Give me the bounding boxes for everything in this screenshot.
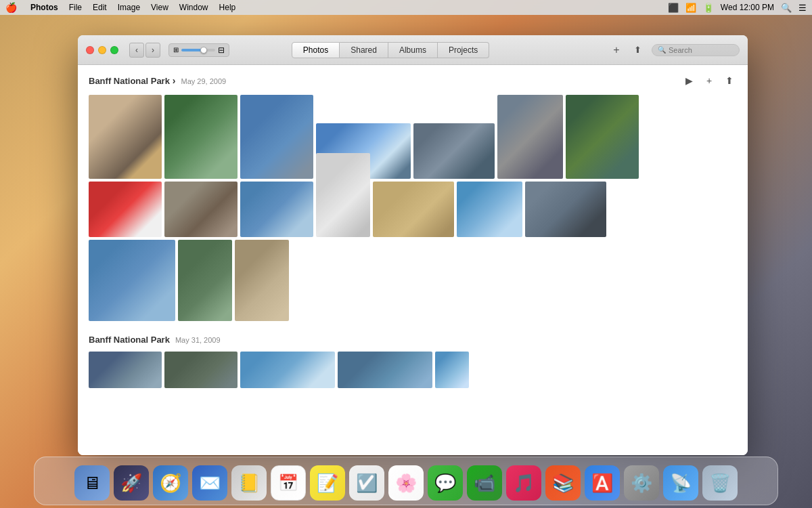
tab-shared[interactable]: Shared xyxy=(340,42,388,58)
dock-trash[interactable]: 🗑️ xyxy=(702,465,738,501)
fullscreen-button[interactable] xyxy=(110,46,118,54)
dock-calendar[interactable]: 📅 xyxy=(271,465,306,501)
forward-button[interactable]: › xyxy=(145,43,160,58)
close-button[interactable] xyxy=(86,46,94,54)
section-1: Banff National Park May 29, 2009 ▶ + ⬆ xyxy=(89,73,737,321)
upload-button[interactable]: ⬆ xyxy=(630,42,646,58)
tab-albums[interactable]: Albums xyxy=(388,42,438,58)
title-bar: ‹ › ⊞ ⊟ Photos Shared Albums Projects xyxy=(78,35,748,65)
dock-messages[interactable]: 💬 xyxy=(428,465,463,501)
photo-8[interactable] xyxy=(89,182,162,237)
toolbar-right: + ⬆ 🔍 xyxy=(608,42,740,58)
dock-books[interactable]: 📚 xyxy=(545,465,581,501)
photo-15[interactable] xyxy=(89,240,175,321)
photo-22[interactable] xyxy=(435,352,469,388)
menu-edit[interactable]: Edit xyxy=(93,3,107,12)
section-1-actions: ▶ + ⬆ xyxy=(681,73,737,88)
menu-bar: 🍎 Photos File Edit Image View Window Hel… xyxy=(0,0,812,15)
nav-buttons: ‹ › xyxy=(129,43,160,58)
view-toggle: ⊞ ⊟ xyxy=(168,43,229,57)
menu-window[interactable]: Window xyxy=(179,3,208,12)
dock-facetime[interactable]: 📹 xyxy=(467,465,502,501)
search-input[interactable] xyxy=(669,46,734,54)
photo-1[interactable] xyxy=(89,95,162,179)
dock-safari[interactable]: 🧭 xyxy=(153,465,188,501)
section-2-date: May 31, 2009 xyxy=(175,336,221,344)
menu-bar-right: ⬛ 📶 🔋 Wed 12:00 PM 🔍 ☰ xyxy=(668,3,807,13)
tab-bar: Photos Shared Albums Projects xyxy=(292,42,489,58)
dock-appstore[interactable]: 🅰️ xyxy=(585,465,620,501)
dock-system-preferences[interactable]: ⚙️ xyxy=(624,465,659,501)
wifi-icon[interactable]: 📶 xyxy=(685,3,696,13)
traffic-lights xyxy=(86,46,118,54)
photo-18[interactable] xyxy=(89,352,162,388)
photo-21[interactable] xyxy=(338,352,432,388)
photo-10[interactable] xyxy=(240,182,313,237)
photo-3[interactable] xyxy=(240,95,313,179)
spotlight-icon[interactable]: 🔍 xyxy=(781,3,792,13)
photo-grid-1 xyxy=(89,95,737,179)
add-section-button[interactable]: + xyxy=(702,73,717,88)
apple-logo-icon[interactable]: 🍎 xyxy=(5,2,17,13)
content-area: Banff National Park May 29, 2009 ▶ + ⬆ xyxy=(78,65,748,455)
photo-9[interactable] xyxy=(164,182,238,237)
photo-6[interactable] xyxy=(497,95,563,179)
dock-music[interactable]: 🎵 xyxy=(506,465,541,501)
section-2-title: Banff National Park xyxy=(89,335,170,345)
back-button[interactable]: ‹ xyxy=(129,43,144,58)
dock-contacts[interactable]: 📒 xyxy=(231,465,267,501)
desktop: ‹ › ⊞ ⊟ Photos Shared Albums Projects xyxy=(0,15,812,508)
menu-bar-left: 🍎 Photos File Edit Image View Window Hel… xyxy=(5,2,235,13)
photo-2[interactable] xyxy=(164,95,238,179)
slideshow-button[interactable]: ▶ xyxy=(681,73,696,88)
dock-notes[interactable]: 📝 xyxy=(310,465,345,501)
section-2-header: Banff National Park May 31, 2009 xyxy=(89,335,737,345)
notification-icon[interactable]: ☰ xyxy=(798,3,807,13)
airplay-icon[interactable]: ⬛ xyxy=(668,3,679,13)
minimize-button[interactable] xyxy=(98,46,106,54)
photo-17[interactable] xyxy=(235,240,289,321)
section-1-header: Banff National Park May 29, 2009 ▶ + ⬆ xyxy=(89,73,737,88)
tab-projects[interactable]: Projects xyxy=(438,42,489,58)
dock: 🖥 🚀 🧭 ✉️ 📒 📅 📝 ☑️ 🌸 💬 📹 xyxy=(34,457,778,505)
add-button[interactable]: + xyxy=(608,42,625,58)
grid-icon: ⊞ xyxy=(173,46,179,54)
photo-16[interactable] xyxy=(178,240,232,321)
section-1-date: May 29, 2009 xyxy=(181,77,226,85)
search-icon: 🔍 xyxy=(658,46,666,54)
photos-window: ‹ › ⊞ ⊟ Photos Shared Albums Projects xyxy=(78,35,748,455)
photo-grid-2 xyxy=(89,182,737,237)
zoom-slider[interactable] xyxy=(181,49,215,51)
search-box[interactable]: 🔍 xyxy=(652,44,740,56)
clock: Wed 12:00 PM xyxy=(721,3,774,12)
dock-airdrop[interactable]: 📡 xyxy=(663,465,698,501)
photo-5[interactable] xyxy=(413,123,495,179)
menu-file[interactable]: File xyxy=(69,3,82,12)
dock-mail[interactable]: ✉️ xyxy=(192,465,227,501)
photo-11[interactable] xyxy=(316,153,370,237)
dock-photos[interactable]: 🌸 xyxy=(388,465,424,501)
photo-20[interactable] xyxy=(240,352,335,388)
large-grid-icon: ⊟ xyxy=(218,45,225,55)
tab-photos[interactable]: Photos xyxy=(292,42,340,58)
photo-14[interactable] xyxy=(525,182,606,237)
photo-grid-3 xyxy=(89,240,737,321)
dock-reminders[interactable]: ☑️ xyxy=(349,465,384,501)
photo-12[interactable] xyxy=(373,182,454,237)
battery-icon[interactable]: 🔋 xyxy=(703,3,714,13)
photo-19[interactable] xyxy=(164,352,238,388)
photo-13[interactable] xyxy=(457,182,522,237)
section-1-title[interactable]: Banff National Park xyxy=(89,75,175,86)
photo-7[interactable] xyxy=(566,95,639,179)
menu-help[interactable]: Help xyxy=(219,3,236,12)
photo-grid-4 xyxy=(89,352,737,388)
menu-view[interactable]: View xyxy=(151,3,168,12)
menu-image[interactable]: Image xyxy=(118,3,140,12)
dock-finder[interactable]: 🖥 xyxy=(74,465,110,501)
section-2: Banff National Park May 31, 2009 xyxy=(89,335,737,388)
menu-app-name[interactable]: Photos xyxy=(30,3,58,12)
dock-launchpad[interactable]: 🚀 xyxy=(114,465,149,501)
share-section-button[interactable]: ⬆ xyxy=(722,73,737,88)
